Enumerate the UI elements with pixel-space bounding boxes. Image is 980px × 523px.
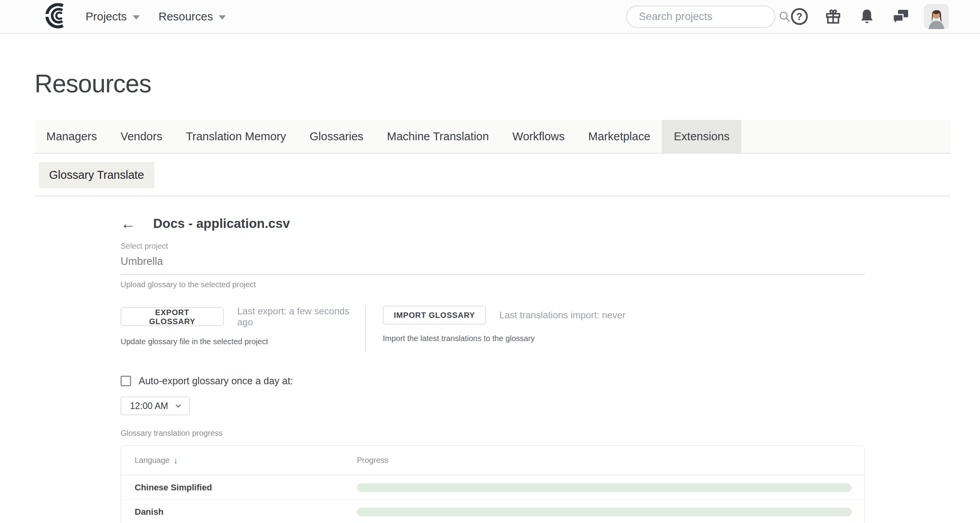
progress-section-label: Glossary translation progress (121, 429, 951, 438)
extension-subtabs: Glossary Translate (35, 162, 951, 188)
tab-workflows[interactable]: Workflows (501, 120, 576, 153)
tab-glossaries[interactable]: Glossaries (298, 120, 375, 153)
tab-marketplace[interactable]: Marketplace (576, 120, 662, 153)
detail-header: ← Docs - application.csv (121, 216, 951, 231)
search-box (626, 6, 775, 28)
export-time-value: 12:00 AM (130, 401, 168, 411)
table-row: Chinese Simplified (121, 475, 864, 500)
page-body: Resources Managers Vendors Translation M… (0, 69, 980, 523)
search-icon[interactable] (778, 10, 791, 23)
select-project-label: Select project (121, 242, 951, 251)
document-title: Docs - application.csv (153, 216, 290, 231)
progress-table: Language ↓ Progress Chinese Simplified D… (121, 445, 865, 523)
progress-bar (357, 483, 852, 492)
nav-link-label: Resources (159, 10, 213, 23)
avatar[interactable] (924, 4, 949, 29)
tab-machine-translation[interactable]: Machine Translation (375, 120, 501, 153)
import-hint: Import the latest translations to the gl… (383, 334, 625, 343)
smartcat-logo-icon (35, 3, 75, 30)
nav-link-resources[interactable]: Resources (159, 10, 226, 23)
project-select[interactable]: Umbrella (121, 255, 951, 268)
section-divider (35, 196, 951, 196)
auto-export-row: Auto-export glossary once a day at: (121, 375, 951, 387)
search-input[interactable] (639, 11, 778, 23)
progress-track (357, 483, 852, 492)
export-time-select[interactable]: 12:00 AM (121, 396, 190, 415)
export-hint: Update glossary file in the selected pro… (121, 337, 365, 346)
progress-cell (357, 508, 864, 516)
tab-managers[interactable]: Managers (35, 120, 109, 153)
nav-link-label: Projects (86, 10, 127, 23)
tab-translation-memory[interactable]: Translation Memory (174, 120, 298, 153)
sort-descending-icon: ↓ (174, 455, 178, 466)
auto-export-checkbox[interactable] (121, 376, 131, 386)
progress-bar (357, 508, 852, 516)
back-button[interactable]: ← (121, 216, 135, 231)
language-cell: Chinese Simplified (121, 483, 357, 493)
gift-icon[interactable] (823, 7, 843, 26)
language-header-label: Language (135, 456, 170, 465)
table-header: Language ↓ Progress (121, 446, 864, 475)
export-glossary-button[interactable]: EXPORT GLOSSARY (121, 307, 224, 326)
tab-vendors[interactable]: Vendors (109, 120, 174, 153)
chat-icon[interactable] (891, 7, 911, 26)
table-body: Chinese Simplified Danish French (121, 475, 864, 523)
tab-extensions[interactable]: Extensions (662, 120, 741, 153)
progress-column-header: Progress (357, 456, 388, 465)
auto-export-label: Auto-export glossary once a day at: (139, 375, 293, 387)
progress-track (357, 508, 852, 516)
field-underline (121, 274, 865, 275)
language-cell: Danish (121, 507, 357, 517)
glossary-actions: EXPORT GLOSSARY Last export: a few secon… (121, 306, 951, 352)
top-nav: Projects Resources ? (0, 0, 980, 34)
help-icon[interactable]: ? (790, 7, 809, 26)
chevron-down-icon (174, 401, 183, 411)
last-import-status: Last translations import: never (499, 310, 625, 321)
last-export-status: Last export: a few seconds ago (237, 306, 365, 328)
export-section: EXPORT GLOSSARY Last export: a few secon… (121, 306, 365, 352)
notifications-icon[interactable] (857, 7, 877, 26)
import-section: IMPORT GLOSSARY Last translations import… (365, 306, 625, 352)
svg-text:?: ? (796, 11, 802, 22)
upload-hint: Upload glossary to the selected project (121, 280, 951, 289)
progress-cell (357, 483, 864, 492)
chevron-down-icon (219, 15, 226, 20)
glossary-detail: ← Docs - application.csv Select project … (35, 216, 951, 523)
import-glossary-button[interactable]: IMPORT GLOSSARY (383, 306, 486, 325)
page-title: Resources (35, 69, 951, 98)
chevron-down-icon (133, 15, 140, 20)
nav-link-projects[interactable]: Projects (86, 10, 140, 23)
table-row: Danish (121, 500, 864, 523)
resource-tabs: Managers Vendors Translation Memory Glos… (35, 120, 951, 154)
brand-logo[interactable] (35, 4, 79, 29)
language-column-header[interactable]: Language ↓ (121, 455, 357, 466)
subtab-glossary-translate[interactable]: Glossary Translate (39, 162, 154, 188)
